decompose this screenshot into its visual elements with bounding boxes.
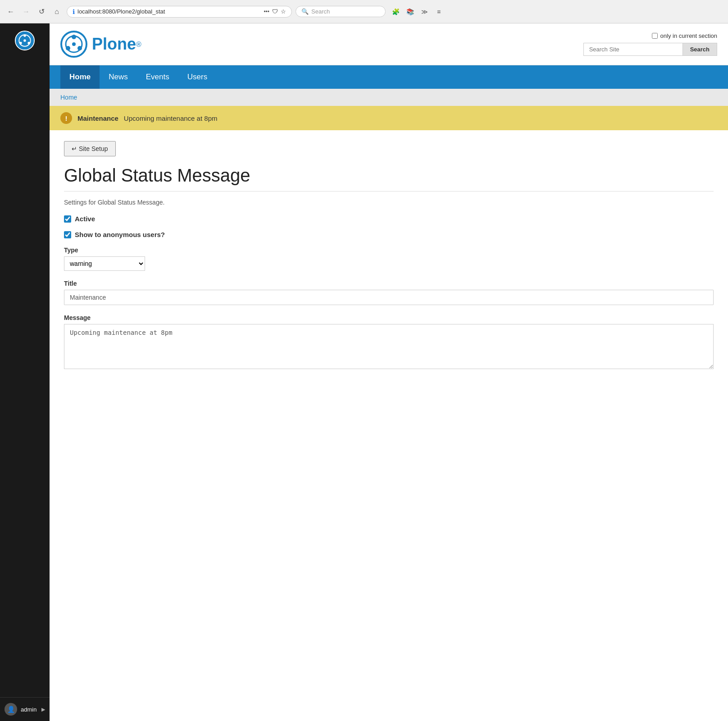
user-icon: 👤 bbox=[5, 703, 17, 716]
header-search-area: only in current section Search bbox=[583, 32, 717, 56]
more-btn[interactable]: ••• bbox=[264, 9, 269, 15]
page-title: Global Status Message bbox=[64, 165, 714, 186]
title-divider bbox=[64, 191, 714, 192]
svg-point-8 bbox=[72, 35, 76, 39]
type-label: Type bbox=[64, 246, 714, 254]
svg-point-10 bbox=[66, 46, 70, 50]
extensions-button[interactable]: 🧩 bbox=[389, 5, 402, 18]
breadcrumb-home[interactable]: Home bbox=[60, 94, 77, 101]
address-bar[interactable]: ℹ localhost:8080/Plone2/global_stat ••• … bbox=[67, 6, 292, 18]
page-description: Settings for Global Status Message. bbox=[64, 199, 714, 206]
browser-search-placeholder: Search bbox=[311, 8, 330, 15]
plone-brand: Plone® bbox=[92, 35, 141, 54]
overflow-button[interactable]: ≫ bbox=[418, 5, 431, 18]
active-checkbox-row: Active bbox=[64, 215, 714, 223]
site-setup-button[interactable]: ↵ Site Setup bbox=[64, 141, 116, 156]
only-in-section-text: only in current section bbox=[660, 32, 717, 39]
sidebar-user-area: 👤 admin ▶ bbox=[0, 697, 50, 721]
only-in-section-label[interactable]: only in current section bbox=[652, 32, 717, 39]
anonymous-checkbox[interactable] bbox=[64, 231, 71, 238]
plone-dots-icon bbox=[16, 31, 34, 50]
sidebar-avatar[interactable] bbox=[15, 31, 35, 50]
browser-search-box[interactable]: 🔍 Search bbox=[296, 6, 386, 17]
svg-point-11 bbox=[72, 42, 76, 46]
only-in-section-checkbox[interactable] bbox=[652, 33, 658, 39]
svg-point-5 bbox=[23, 39, 26, 41]
search-icon: 🔍 bbox=[301, 8, 309, 15]
message-label: Message bbox=[64, 314, 714, 321]
svg-point-9 bbox=[77, 46, 82, 50]
plone-logo: Plone® bbox=[60, 31, 141, 58]
plone-logo-text: Plone bbox=[92, 35, 136, 53]
type-group: Type warning info success error bbox=[64, 246, 714, 271]
active-checkbox[interactable] bbox=[64, 215, 71, 223]
plone-logo-svg bbox=[60, 31, 87, 58]
nav-item-news[interactable]: News bbox=[100, 65, 137, 89]
content-area: ↵ Site Setup Global Status Message Setti… bbox=[50, 130, 728, 721]
svg-point-3 bbox=[27, 42, 30, 44]
breadcrumb-bar: Home bbox=[50, 89, 728, 106]
plone-area: Plone® only in current section Search Ho… bbox=[50, 23, 728, 721]
nav-item-users[interactable]: Users bbox=[178, 65, 216, 89]
anonymous-checkbox-row: Show to anonymous users? bbox=[64, 231, 714, 238]
svg-point-2 bbox=[23, 34, 26, 37]
message-textarea[interactable]: Upcoming maintenance at 8pm bbox=[64, 324, 714, 369]
nav-item-home[interactable]: Home bbox=[60, 65, 100, 89]
svg-point-4 bbox=[19, 42, 22, 44]
site-search-input[interactable] bbox=[583, 43, 682, 56]
nav-item-events[interactable]: Events bbox=[137, 65, 178, 89]
star-icon[interactable]: ☆ bbox=[281, 8, 286, 15]
alert-banner: ! Maintenance Upcoming maintenance at 8p… bbox=[50, 106, 728, 130]
home-button[interactable]: ⌂ bbox=[50, 5, 63, 18]
alert-message: Upcoming maintenance at 8pm bbox=[124, 114, 218, 122]
sidebar: 👤 admin ▶ bbox=[0, 23, 50, 721]
title-group: Title bbox=[64, 280, 714, 305]
anonymous-label[interactable]: Show to anonymous users? bbox=[75, 231, 165, 238]
sidebar-username: admin bbox=[21, 706, 36, 713]
menu-button[interactable]: ≡ bbox=[432, 5, 445, 18]
plone-logo-reg: ® bbox=[136, 41, 141, 48]
title-input[interactable] bbox=[64, 290, 714, 305]
browser-toolbar: 🧩 📚 ≫ ≡ bbox=[389, 5, 445, 18]
alert-title: Maintenance bbox=[77, 114, 118, 122]
plone-navigation: Home News Events Users bbox=[50, 65, 728, 89]
alert-warning-icon: ! bbox=[60, 112, 72, 124]
info-icon: ℹ bbox=[73, 8, 75, 15]
reload-button[interactable]: ↺ bbox=[35, 5, 48, 18]
forward-button[interactable]: → bbox=[20, 5, 32, 18]
header-search-row: Search bbox=[583, 43, 717, 56]
browser-chrome: ← → ↺ ⌂ ℹ localhost:8080/Plone2/global_s… bbox=[0, 0, 728, 23]
message-group: Message Upcoming maintenance at 8pm bbox=[64, 314, 714, 371]
title-label: Title bbox=[64, 280, 714, 287]
plone-header: Plone® only in current section Search bbox=[50, 23, 728, 65]
back-button[interactable]: ← bbox=[5, 5, 17, 18]
main-wrapper: 👤 admin ▶ Plone® bbox=[0, 23, 728, 721]
site-search-button[interactable]: Search bbox=[682, 43, 717, 56]
nav-buttons: ← → ↺ ⌂ bbox=[5, 5, 63, 18]
sidebar-arrow-icon: ▶ bbox=[41, 707, 45, 712]
active-label[interactable]: Active bbox=[75, 215, 95, 223]
address-text: localhost:8080/Plone2/global_stat bbox=[77, 8, 261, 15]
type-select[interactable]: warning info success error bbox=[64, 256, 145, 271]
shield-icon: 🛡 bbox=[272, 8, 278, 15]
library-button[interactable]: 📚 bbox=[404, 5, 416, 18]
